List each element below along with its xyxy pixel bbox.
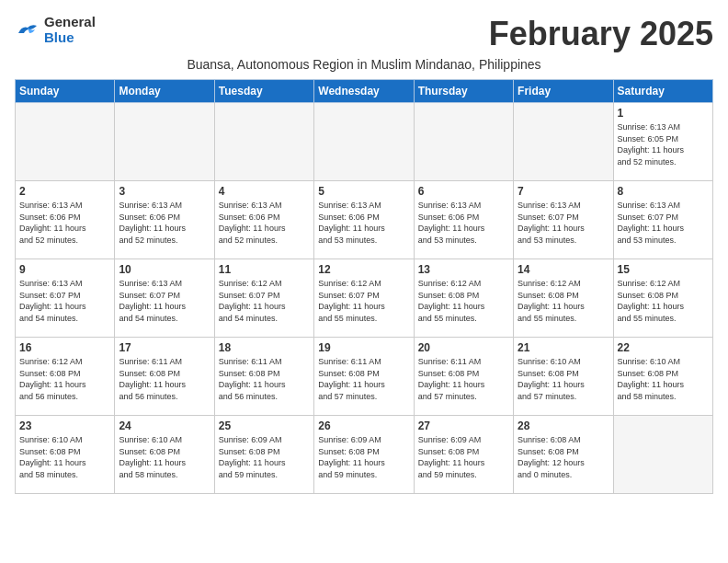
day-number: 10 xyxy=(119,263,210,276)
logo-general: General xyxy=(44,15,96,30)
day-number: 6 xyxy=(418,185,509,198)
day-info: Sunrise: 6:13 AM Sunset: 6:06 PM Dayligh… xyxy=(19,200,110,246)
calendar-cell: 18Sunrise: 6:11 AM Sunset: 6:08 PM Dayli… xyxy=(214,338,313,416)
calendar-cell: 20Sunrise: 6:11 AM Sunset: 6:08 PM Dayli… xyxy=(414,338,513,416)
calendar-cell xyxy=(514,103,613,181)
day-number: 1 xyxy=(618,107,709,120)
col-header-sunday: Sunday xyxy=(16,80,115,103)
day-number: 9 xyxy=(19,263,110,276)
calendar-cell: 27Sunrise: 6:09 AM Sunset: 6:08 PM Dayli… xyxy=(414,416,513,494)
week-row-3: 9Sunrise: 6:13 AM Sunset: 6:07 PM Daylig… xyxy=(16,259,713,338)
logo-icon xyxy=(15,20,40,40)
day-info: Sunrise: 6:13 AM Sunset: 6:07 PM Dayligh… xyxy=(119,278,210,324)
col-header-friday: Friday xyxy=(514,80,613,103)
calendar-cell: 24Sunrise: 6:10 AM Sunset: 6:08 PM Dayli… xyxy=(115,416,214,494)
week-row-4: 16Sunrise: 6:12 AM Sunset: 6:08 PM Dayli… xyxy=(16,338,713,416)
calendar-cell: 25Sunrise: 6:09 AM Sunset: 6:08 PM Dayli… xyxy=(214,416,313,494)
calendar-cell: 22Sunrise: 6:10 AM Sunset: 6:08 PM Dayli… xyxy=(613,338,712,416)
day-info: Sunrise: 6:13 AM Sunset: 6:05 PM Dayligh… xyxy=(618,121,709,167)
day-number: 4 xyxy=(219,185,310,198)
col-header-monday: Monday xyxy=(115,80,214,103)
day-info: Sunrise: 6:13 AM Sunset: 6:07 PM Dayligh… xyxy=(518,200,609,246)
calendar-cell: 5Sunrise: 6:13 AM Sunset: 6:06 PM Daylig… xyxy=(314,181,414,259)
day-number: 25 xyxy=(219,419,310,432)
calendar-cell: 17Sunrise: 6:11 AM Sunset: 6:08 PM Dayli… xyxy=(115,338,214,416)
calendar-header-row: SundayMondayTuesdayWednesdayThursdayFrid… xyxy=(16,80,713,103)
col-header-wednesday: Wednesday xyxy=(314,80,414,103)
col-header-thursday: Thursday xyxy=(414,80,513,103)
day-number: 20 xyxy=(418,341,509,354)
day-info: Sunrise: 6:09 AM Sunset: 6:08 PM Dayligh… xyxy=(418,434,509,480)
day-number: 16 xyxy=(19,341,110,354)
day-number: 28 xyxy=(518,419,609,432)
calendar-cell xyxy=(16,103,115,181)
calendar-cell: 3Sunrise: 6:13 AM Sunset: 6:06 PM Daylig… xyxy=(115,181,214,259)
day-number: 3 xyxy=(119,185,210,198)
day-info: Sunrise: 6:13 AM Sunset: 6:06 PM Dayligh… xyxy=(119,200,210,246)
day-number: 27 xyxy=(418,419,509,432)
day-info: Sunrise: 6:13 AM Sunset: 6:07 PM Dayligh… xyxy=(618,200,709,246)
day-number: 18 xyxy=(219,341,310,354)
day-number: 2 xyxy=(19,185,110,198)
calendar-cell: 2Sunrise: 6:13 AM Sunset: 6:06 PM Daylig… xyxy=(16,181,115,259)
calendar-cell xyxy=(314,103,414,181)
day-number: 11 xyxy=(219,263,310,276)
day-info: Sunrise: 6:13 AM Sunset: 6:07 PM Dayligh… xyxy=(19,278,110,324)
day-number: 7 xyxy=(518,185,609,198)
day-info: Sunrise: 6:08 AM Sunset: 6:08 PM Dayligh… xyxy=(518,434,609,480)
day-info: Sunrise: 6:12 AM Sunset: 6:08 PM Dayligh… xyxy=(618,278,709,324)
day-info: Sunrise: 6:12 AM Sunset: 6:07 PM Dayligh… xyxy=(318,278,409,324)
day-info: Sunrise: 6:11 AM Sunset: 6:08 PM Dayligh… xyxy=(119,356,210,402)
calendar-cell: 12Sunrise: 6:12 AM Sunset: 6:07 PM Dayli… xyxy=(314,259,414,338)
calendar-cell xyxy=(613,416,712,494)
week-row-5: 23Sunrise: 6:10 AM Sunset: 6:08 PM Dayli… xyxy=(16,416,713,494)
calendar-cell xyxy=(115,103,214,181)
col-header-saturday: Saturday xyxy=(613,80,712,103)
calendar-cell xyxy=(414,103,513,181)
logo: General Blue xyxy=(15,15,96,45)
header: General Blue February 2025 xyxy=(15,15,713,53)
calendar-cell: 26Sunrise: 6:09 AM Sunset: 6:08 PM Dayli… xyxy=(314,416,414,494)
calendar-cell: 6Sunrise: 6:13 AM Sunset: 6:06 PM Daylig… xyxy=(414,181,513,259)
day-number: 5 xyxy=(318,185,409,198)
day-number: 13 xyxy=(418,263,509,276)
day-number: 26 xyxy=(318,419,409,432)
day-info: Sunrise: 6:10 AM Sunset: 6:08 PM Dayligh… xyxy=(19,434,110,480)
calendar-cell: 23Sunrise: 6:10 AM Sunset: 6:08 PM Dayli… xyxy=(16,416,115,494)
logo-blue: Blue xyxy=(44,30,96,46)
day-info: Sunrise: 6:13 AM Sunset: 6:06 PM Dayligh… xyxy=(418,200,509,246)
day-info: Sunrise: 6:09 AM Sunset: 6:08 PM Dayligh… xyxy=(219,434,310,480)
day-number: 15 xyxy=(618,263,709,276)
day-number: 17 xyxy=(119,341,210,354)
day-info: Sunrise: 6:10 AM Sunset: 6:08 PM Dayligh… xyxy=(518,356,609,402)
day-number: 23 xyxy=(19,419,110,432)
calendar-cell: 28Sunrise: 6:08 AM Sunset: 6:08 PM Dayli… xyxy=(514,416,613,494)
day-number: 19 xyxy=(318,341,409,354)
day-info: Sunrise: 6:12 AM Sunset: 6:08 PM Dayligh… xyxy=(518,278,609,324)
calendar-cell: 13Sunrise: 6:12 AM Sunset: 6:08 PM Dayli… xyxy=(414,259,513,338)
day-info: Sunrise: 6:13 AM Sunset: 6:06 PM Dayligh… xyxy=(318,200,409,246)
calendar-cell: 11Sunrise: 6:12 AM Sunset: 6:07 PM Dayli… xyxy=(214,259,313,338)
day-info: Sunrise: 6:09 AM Sunset: 6:08 PM Dayligh… xyxy=(318,434,409,480)
day-info: Sunrise: 6:13 AM Sunset: 6:06 PM Dayligh… xyxy=(219,200,310,246)
col-header-tuesday: Tuesday xyxy=(214,80,313,103)
calendar-cell: 15Sunrise: 6:12 AM Sunset: 6:08 PM Dayli… xyxy=(613,259,712,338)
day-info: Sunrise: 6:11 AM Sunset: 6:08 PM Dayligh… xyxy=(418,356,509,402)
calendar-cell: 21Sunrise: 6:10 AM Sunset: 6:08 PM Dayli… xyxy=(514,338,613,416)
day-number: 22 xyxy=(618,341,709,354)
month-title: February 2025 xyxy=(489,15,713,53)
calendar-cell: 19Sunrise: 6:11 AM Sunset: 6:08 PM Dayli… xyxy=(314,338,414,416)
week-row-2: 2Sunrise: 6:13 AM Sunset: 6:06 PM Daylig… xyxy=(16,181,713,259)
day-info: Sunrise: 6:10 AM Sunset: 6:08 PM Dayligh… xyxy=(119,434,210,480)
day-info: Sunrise: 6:10 AM Sunset: 6:08 PM Dayligh… xyxy=(618,356,709,402)
subtitle: Buansa, Autonomous Region in Muslim Mind… xyxy=(15,57,713,72)
day-info: Sunrise: 6:12 AM Sunset: 6:08 PM Dayligh… xyxy=(19,356,110,402)
calendar-cell: 10Sunrise: 6:13 AM Sunset: 6:07 PM Dayli… xyxy=(115,259,214,338)
day-info: Sunrise: 6:11 AM Sunset: 6:08 PM Dayligh… xyxy=(318,356,409,402)
day-info: Sunrise: 6:11 AM Sunset: 6:08 PM Dayligh… xyxy=(219,356,310,402)
calendar-cell: 1Sunrise: 6:13 AM Sunset: 6:05 PM Daylig… xyxy=(613,103,712,181)
calendar-cell: 9Sunrise: 6:13 AM Sunset: 6:07 PM Daylig… xyxy=(16,259,115,338)
day-number: 24 xyxy=(119,419,210,432)
calendar-cell: 16Sunrise: 6:12 AM Sunset: 6:08 PM Dayli… xyxy=(16,338,115,416)
calendar-table: SundayMondayTuesdayWednesdayThursdayFrid… xyxy=(15,79,713,494)
